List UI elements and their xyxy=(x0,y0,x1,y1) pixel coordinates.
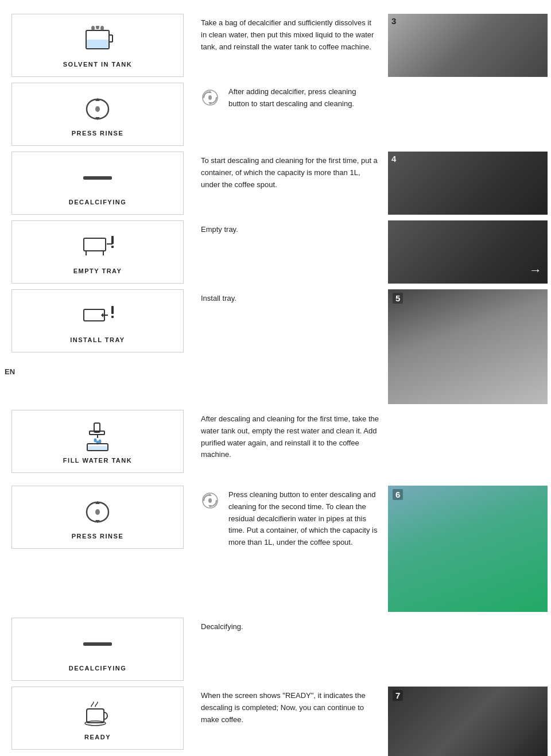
step-box-empty-tray: EMPTY TRAY xyxy=(11,220,184,284)
svg-rect-21 xyxy=(111,246,114,248)
step-row-rinse2: PRESS RINSE Press cleaning button to ent… xyxy=(0,483,551,614)
left-col-fill-water: FILL WATER TANK xyxy=(0,408,189,482)
desc-text-fill-water: After descaling and cleaning for the fir… xyxy=(201,413,379,461)
step-label-decal2: DECALCIFYING xyxy=(69,665,127,672)
rinse2-icon xyxy=(77,497,118,528)
right-col-fill-water: After descaling and cleaning for the fir… xyxy=(189,408,385,482)
right-col-install-tray: Install tray. xyxy=(189,287,385,406)
photo-5: 5 xyxy=(388,289,548,404)
rinse1-inline-icon xyxy=(201,88,219,109)
step-box-rinse1: PRESS RINSE xyxy=(11,83,184,146)
desc-text-rinse2: Press cleaning button to enter descaling… xyxy=(228,489,379,549)
ready-icon xyxy=(77,697,118,729)
step-box-solvent: SOLVENT IN TANK xyxy=(11,14,184,77)
left-col-rinse1: PRESS RINSE xyxy=(0,80,189,148)
svg-point-37 xyxy=(95,509,100,515)
step-row-decal2: DECALCIFYING Decalcifying. xyxy=(0,615,551,683)
desc-text-ready: When the screen shows "READY", it indica… xyxy=(201,690,379,726)
step-row-solvent: SOLVENT IN TANK Take a bag of decalcifie… xyxy=(0,11,551,79)
svg-point-14 xyxy=(208,95,212,100)
step-row-rinse1: PRESS RINSE After adding decalcifier, pr… xyxy=(0,80,551,148)
photo-col-fill-water xyxy=(385,408,551,482)
right-col-decal1: To start descaling and cleaning for the … xyxy=(189,149,385,217)
step-label-rinse2: PRESS RINSE xyxy=(72,533,123,540)
step-label-solvent: SOLVENT IN TANK xyxy=(63,61,132,68)
fill-water-icon xyxy=(77,421,118,452)
svg-point-2 xyxy=(91,26,95,30)
svg-rect-34 xyxy=(88,446,107,450)
right-col-rinse2: Press cleaning button to enter descaling… xyxy=(189,483,385,614)
svg-rect-26 xyxy=(111,316,114,318)
svg-marker-24 xyxy=(101,313,103,317)
right-col-ready: When the screen shows "READY", it indica… xyxy=(189,684,385,756)
desc-text-empty-tray: Empty tray. xyxy=(201,224,379,236)
step-label-rinse1: PRESS RINSE xyxy=(72,130,123,137)
photo-number-6: 6 xyxy=(393,489,403,500)
empty-tray-icon xyxy=(77,231,118,263)
photo-col-empty-tray: → xyxy=(385,218,551,286)
left-col-decal1: DECALCIFYING xyxy=(0,149,189,217)
desc-text-decal1: To start descaling and cleaning for the … xyxy=(201,155,379,191)
svg-rect-42 xyxy=(83,642,112,646)
decal2-icon xyxy=(77,629,118,660)
photo-number-5: 5 xyxy=(393,293,403,304)
rinse2-inline-icon xyxy=(201,491,219,512)
right-col-solvent: Take a bag of decalcifier and sufficient… xyxy=(189,11,385,79)
step-box-ready: READY xyxy=(11,687,184,750)
svg-rect-15 xyxy=(83,176,112,180)
photo-col-solvent: 3 xyxy=(385,11,551,79)
step-box-decal1: DECALCIFYING xyxy=(11,152,184,215)
en-label: EN xyxy=(5,367,15,376)
solvent-icon xyxy=(77,25,118,56)
step-box-rinse2: PRESS RINSE xyxy=(11,486,184,549)
desc-decal1: To start descaling and cleaning for the … xyxy=(195,149,379,212)
desc-text-solvent: Take a bag of decalcifier and sufficient… xyxy=(201,17,379,53)
svg-point-30 xyxy=(94,438,96,442)
right-col-rinse1: After adding decalcifier, press cleaning… xyxy=(189,80,385,148)
step-label-ready: READY xyxy=(84,734,111,741)
photo-4b: → xyxy=(388,220,548,284)
photo-7: 7 xyxy=(388,687,548,756)
step-label-decal1: DECALCIFYING xyxy=(69,199,127,206)
photo-number-7: 7 xyxy=(393,690,403,701)
page: EN xyxy=(0,0,551,756)
step-box-decal2: DECALCIFYING xyxy=(11,618,184,681)
desc-install-tray: Install tray. xyxy=(195,287,379,350)
desc-solvent: Take a bag of decalcifier and sufficient… xyxy=(195,11,379,75)
step-label-install-tray: INSTALL TRAY xyxy=(70,336,125,343)
photo-col-decal1: 4 xyxy=(385,149,551,217)
desc-fill-water: After descaling and cleaning for the fir… xyxy=(195,408,379,471)
step-row-ready: READY When the screen shows "READY", it … xyxy=(0,684,551,756)
photo-col-rinse2: 6 xyxy=(385,483,551,614)
svg-point-41 xyxy=(208,498,212,503)
desc-text-decal2: Decalcifying. xyxy=(201,621,379,633)
rinse1-icons xyxy=(77,94,118,125)
step-box-fill-water: FILL WATER TANK xyxy=(11,410,184,473)
step-label-fill-water: FILL WATER TANK xyxy=(63,457,132,464)
desc-ready: When the screen shows "READY", it indica… xyxy=(195,684,379,747)
right-col-decal2: Decalcifying. xyxy=(189,615,385,683)
photo-4: 4 xyxy=(388,152,548,215)
svg-rect-25 xyxy=(111,306,114,314)
install-tray-icon xyxy=(77,300,118,332)
rinse2-icons xyxy=(77,497,118,528)
photo-3: 3 xyxy=(388,14,548,77)
photo-col-install-tray: 5 xyxy=(385,287,551,406)
left-col-install-tray: INSTALL TRAY xyxy=(0,287,189,406)
photo-col-decal2 xyxy=(385,615,551,683)
svg-rect-1 xyxy=(87,40,108,48)
photo-number-4: 4 xyxy=(391,154,396,164)
desc-text-rinse1: After adding decalcifier, press cleaning… xyxy=(228,86,379,110)
step-label-empty-tray: EMPTY TRAY xyxy=(73,267,122,274)
svg-point-3 xyxy=(96,26,99,29)
empty-photo-fill-water xyxy=(385,408,551,482)
left-col-solvent: SOLVENT IN TANK xyxy=(0,11,189,79)
rinse1-icon xyxy=(77,94,118,125)
left-col-rinse2: PRESS RINSE xyxy=(0,483,189,614)
empty-photo-rinse1 xyxy=(385,80,551,144)
left-col-decal2: DECALCIFYING xyxy=(0,615,189,683)
empty-photo-decal2 xyxy=(385,615,551,679)
decal1-icon xyxy=(77,162,118,194)
right-col-empty-tray: Empty tray. xyxy=(189,218,385,286)
arrow-right-icon: → xyxy=(529,263,542,278)
